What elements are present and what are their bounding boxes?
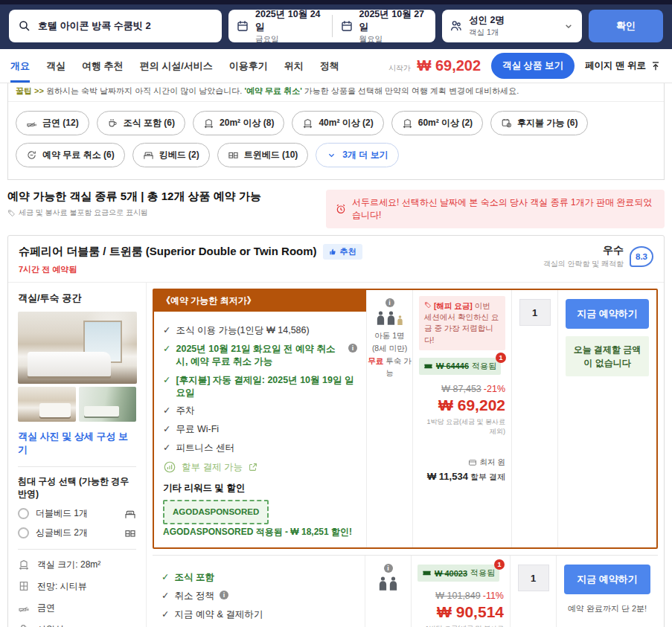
tag-icon — [424, 301, 432, 309]
pay-nothing-today-note: 오늘 결제할 금액이 없습니다 — [566, 336, 649, 376]
starting-price: 시작가 ₩ 69,202 — [388, 57, 481, 74]
show-more-filters-button[interactable]: 3개 더 보기 — [316, 143, 398, 167]
chip-twin-bed[interactable]: 트윈베드 (10) — [217, 143, 309, 167]
room-details-link[interactable]: 객실 사진 및 상세 구성 보기 — [18, 430, 136, 457]
adult-icon — [386, 311, 396, 325]
king-bed-icon — [143, 149, 154, 161]
current-price: ₩ 90,514 — [417, 603, 504, 621]
action-column: 지금 예약하기 오늘 결제할 금액이 없습니다 — [558, 290, 656, 547]
search-value: 호텔 아이콘 방콕 수쿰빗 2 — [38, 19, 151, 33]
bed-option-label: 더블베드 1개 — [36, 507, 88, 520]
alarm-icon — [335, 203, 347, 215]
info-icon[interactable]: i — [348, 344, 357, 353]
room-card: 슈페리어 더블룸 / 트윈룸 (Superior Double or Twin … — [7, 235, 665, 627]
chip-size-40[interactable]: 40m² 이상 (2) — [292, 111, 383, 135]
feature-pay-later: ✓[후지불] 자동 결제일: 2025년 10월 19일 일요일 — [163, 374, 357, 399]
checkin-day: 금요일 — [255, 34, 324, 45]
chip-pay-later[interactable]: 후지불 가능 (6) — [490, 111, 588, 135]
free-cancel-icon — [26, 149, 37, 161]
room-photo-thumb-bathroom[interactable] — [79, 387, 137, 422]
gallery-title: 객실/투숙 공간 — [18, 292, 136, 305]
back-to-top-label: 페이지 맨 위로 — [585, 60, 646, 72]
amenity-label: 샤워실 — [37, 623, 64, 627]
bed-option-twin[interactable]: 싱글베드 2개 — [18, 527, 136, 539]
tab-location[interactable]: 위치 — [284, 49, 304, 83]
quantity-selector[interactable]: 1 — [518, 565, 549, 591]
room-photo-thumb-bedroom[interactable] — [18, 387, 76, 422]
installment-min-amount: ₩ 11,534 — [427, 471, 468, 482]
pay-later-icon — [501, 118, 512, 129]
tab-policy[interactable]: 정책 — [320, 49, 339, 83]
room-card-header: 슈페리어 더블룸 / 트윈룸 (Superior Double or Twin … — [8, 236, 664, 283]
installment-available-link[interactable]: 할부 결제 가능 — [163, 460, 357, 474]
radio-button[interactable] — [18, 527, 29, 538]
old-price: ₩ 101,849 — [435, 591, 480, 601]
feature-fitness: ✓피트니스 센터 — [163, 442, 357, 454]
chevron-down-icon — [563, 20, 575, 32]
chevron-down-icon — [326, 149, 337, 161]
coupon-applied-chip: ₩ 40023 적용됨 1 — [417, 565, 499, 582]
booked-ago-note: 7시간 전 예약됨 — [19, 264, 362, 275]
window-icon — [18, 580, 30, 592]
guest-selector[interactable]: 성인 2명 객실 1개 — [442, 10, 582, 42]
feature-book-pay-now: ✓지금 예약 & 결제하기 — [161, 608, 356, 621]
chip-label: 킹베드 (2) — [159, 149, 199, 161]
discount-percent: -11% — [483, 591, 504, 601]
radio-button[interactable] — [18, 508, 29, 519]
starting-price-label: 시작가 — [388, 64, 411, 72]
room-title: 슈페리어 더블룸 / 트윈룸 (Superior Double or Twin … — [19, 245, 317, 259]
installment-min-label: 최저 원 — [480, 457, 505, 468]
offer-features-column: ✓조식 포함 ✓취소 정책i ✓지금 예약 & 결제하기 ✓주차 ✓무료 Wi-… — [153, 556, 365, 627]
guest-adults: 성인 2명 — [469, 14, 505, 27]
chip-no-smoking[interactable]: 금연 (12) — [16, 111, 89, 135]
see-rooms-button[interactable]: 객실 상품 보기 — [491, 53, 575, 79]
chip-breakfast[interactable]: 조식 포함 (6) — [97, 111, 185, 135]
room-photo-large[interactable] — [18, 312, 137, 384]
quantity-selector[interactable]: 1 — [519, 299, 551, 326]
info-icon[interactable]: i — [385, 298, 394, 307]
room-info-column: 객실/투숙 공간 객실 사진 및 상세 구성 보기 침대 구성 선택 (가능한 … — [8, 283, 147, 627]
amenity-shower: 샤워실 — [18, 623, 136, 627]
ticket-icon — [423, 361, 433, 371]
tab-reviews[interactable]: 이용후기 — [229, 49, 268, 83]
checkout-day: 월요일 — [359, 34, 429, 45]
tip-highlight: '예약 무료 취소' — [244, 86, 301, 95]
book-now-button[interactable]: 지금 예약하기 — [564, 565, 650, 594]
tab-overview[interactable]: 개요 — [10, 49, 30, 83]
quantity-column: 1 — [511, 556, 557, 627]
rooms-section-head: 예약 가능한 객실 종류 5개 | 총 12개 상품 예약 가능 세금 및 봉사… — [7, 190, 665, 228]
bed-option-double[interactable]: 더블베드 1개 — [18, 507, 136, 520]
tab-facilities[interactable]: 편의 시설/서비스 — [140, 49, 213, 83]
area-icon — [402, 118, 413, 129]
tab-trip-suggestions[interactable]: 여행 추천 — [82, 49, 124, 83]
checkout-field[interactable]: 2025년 10월 27일 월요일 — [333, 8, 436, 45]
back-to-top-link[interactable]: 페이지 맨 위로 — [585, 60, 662, 72]
chip-king-bed[interactable]: 킹베드 (2) — [132, 143, 210, 167]
confirm-button[interactable]: 확인 — [589, 10, 663, 42]
feature-parking: ✓주차 — [163, 405, 357, 417]
adult-icon — [376, 311, 385, 325]
installment-icon — [163, 460, 176, 474]
room-card-body: 객실/투숙 공간 객실 사진 및 상세 구성 보기 침대 구성 선택 (가능한 … — [8, 283, 664, 627]
chip-size-60[interactable]: 60m² 이상 (2) — [391, 111, 483, 135]
coupon-code-chip[interactable]: AGODASPONSORED — [163, 500, 269, 524]
search-input[interactable]: 호텔 아이콘 방콕 수쿰빗 2 — [9, 10, 222, 42]
chip-size-20[interactable]: 20m² 이상 (8) — [193, 111, 284, 135]
checkin-field[interactable]: 2025년 10월 24일 금요일 — [228, 8, 332, 45]
coupon-applied-chip: ₩ 64446 적용됨 1 — [419, 358, 501, 375]
book-now-button[interactable]: 지금 예약하기 — [566, 299, 649, 329]
checkin-date: 2025년 10월 24일 — [255, 8, 324, 33]
booking-time-note: 예약 완료까지 단 2분! — [564, 603, 650, 614]
date-range-picker: 2025년 10월 24일 금요일 2025년 10월 27일 월요일 — [228, 10, 435, 42]
adult-icon — [388, 576, 398, 591]
search-header: 호텔 아이콘 방콕 수쿰빗 2 2025년 10월 24일 금요일 2025년 … — [0, 4, 672, 49]
info-icon[interactable]: i — [220, 591, 228, 599]
chip-free-cancel[interactable]: 예약 무료 취소 (6) — [16, 143, 125, 167]
urgency-text: 서두르세요! 선택하신 날짜에 본 숙소의 당사 객실 종류 1개가 판매 완료… — [352, 196, 656, 222]
info-icon[interactable]: i — [384, 564, 393, 573]
shower-icon — [18, 623, 30, 627]
tab-rooms[interactable]: 객실 — [46, 49, 65, 83]
quantity-column: 1 — [512, 290, 558, 547]
no-smoking-icon — [26, 118, 37, 129]
occupancy-column: i — [365, 556, 412, 627]
